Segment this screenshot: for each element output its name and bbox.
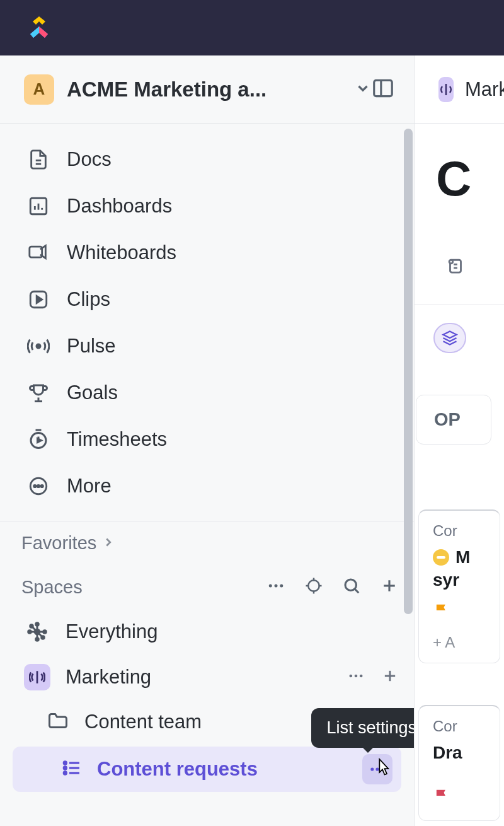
sidebar: A ACME Marketing a... Docs xyxy=(0,55,415,826)
list-settings-button[interactable]: List settings xyxy=(362,754,392,784)
nav-more[interactable]: More xyxy=(0,463,414,509)
svg-point-16 xyxy=(37,485,39,487)
svg-point-32 xyxy=(36,638,39,641)
favorites-section-header[interactable]: Favorites xyxy=(0,521,414,565)
everything-icon xyxy=(24,619,50,645)
flag-icon[interactable] xyxy=(433,602,500,624)
more-icon xyxy=(26,474,50,498)
top-bar xyxy=(0,0,504,55)
svg-point-19 xyxy=(275,585,278,588)
card-field-label: Cor xyxy=(433,522,500,540)
search-icon[interactable] xyxy=(342,576,361,598)
pulse-icon xyxy=(26,334,50,358)
svg-point-33 xyxy=(28,631,32,634)
svg-point-44 xyxy=(355,675,358,678)
plus-icon[interactable] xyxy=(381,667,399,687)
chevron-right-icon xyxy=(101,535,115,552)
svg-point-31 xyxy=(36,623,39,626)
svg-point-18 xyxy=(269,585,272,588)
view-chip[interactable] xyxy=(433,323,466,353)
marketing-space-icon[interactable] xyxy=(438,77,454,102)
nav-label: More xyxy=(67,475,112,497)
app-logo[interactable] xyxy=(24,13,54,43)
nav-docs[interactable]: Docs xyxy=(0,136,414,183)
card-title: Dra xyxy=(433,743,462,763)
svg-rect-8 xyxy=(30,247,42,257)
nav-label: Whiteboards xyxy=(67,241,176,264)
scrollbar[interactable] xyxy=(404,129,413,614)
svg-point-49 xyxy=(64,767,66,769)
svg-point-17 xyxy=(41,485,43,487)
nav-label: Timesheets xyxy=(67,428,167,451)
svg-point-26 xyxy=(345,579,357,591)
task-card[interactable]: Cor M syr + A xyxy=(418,509,500,663)
clips-icon xyxy=(26,288,50,311)
svg-rect-0 xyxy=(374,80,392,96)
nav-goals[interactable]: Goals xyxy=(0,369,414,416)
status-group-header[interactable]: OP xyxy=(416,395,491,445)
card-field-label: Cor xyxy=(433,718,500,735)
ellipsis-icon[interactable] xyxy=(266,576,285,598)
breadcrumb-item[interactable]: Mark xyxy=(465,78,504,101)
space-label: Everything xyxy=(66,620,399,643)
section-title: Spaces xyxy=(21,577,83,598)
space-label: Marketing xyxy=(66,666,332,689)
task-card[interactable]: Cor Dra xyxy=(418,705,500,821)
goals-icon xyxy=(26,381,50,405)
dashboards-icon xyxy=(26,194,50,218)
add-subtask[interactable]: + A xyxy=(433,634,500,651)
svg-point-34 xyxy=(43,631,47,634)
sidebar-toggle-icon[interactable] xyxy=(371,76,395,103)
folder-icon xyxy=(47,709,69,735)
svg-point-21 xyxy=(308,580,319,591)
svg-line-27 xyxy=(355,589,358,593)
whiteboards-icon xyxy=(26,241,50,265)
workspace-header[interactable]: A ACME Marketing a... xyxy=(0,55,414,124)
nav-label: Clips xyxy=(67,288,110,311)
marketing-space-icon xyxy=(24,664,50,690)
svg-point-30 xyxy=(35,629,40,634)
svg-point-45 xyxy=(360,675,363,678)
list-label: Content requests xyxy=(97,758,347,781)
nav-clips[interactable]: Clips xyxy=(0,276,414,323)
nav-label: Goals xyxy=(67,381,118,404)
nav-label: Pulse xyxy=(67,335,116,358)
chevron-down-icon[interactable] xyxy=(355,80,371,99)
section-title: Favorites xyxy=(21,533,96,554)
svg-line-42 xyxy=(39,634,42,637)
plus-icon[interactable] xyxy=(380,576,399,598)
list-content-requests[interactable]: Content requests List settings xyxy=(13,747,401,792)
nav-label: Docs xyxy=(67,148,112,171)
nav-dashboards[interactable]: Dashboards xyxy=(0,183,414,230)
cursor-icon xyxy=(374,757,391,783)
svg-marker-10 xyxy=(37,296,42,303)
docs-icon xyxy=(26,148,50,172)
content-area: Mark C OP Cor M syr + A Cor xyxy=(415,55,504,826)
svg-point-60 xyxy=(449,260,453,264)
nav-whiteboards[interactable]: Whiteboards xyxy=(0,230,414,276)
breadcrumb-bar: Mark xyxy=(415,55,504,124)
svg-point-48 xyxy=(64,762,66,764)
folder-label: Content team xyxy=(84,711,202,733)
svg-marker-13 xyxy=(38,439,42,443)
ellipsis-icon[interactable] xyxy=(347,667,365,687)
svg-point-50 xyxy=(64,772,66,774)
target-icon[interactable] xyxy=(304,576,323,598)
timesheets-icon xyxy=(26,428,50,451)
list-icon xyxy=(62,758,82,781)
svg-point-43 xyxy=(350,675,353,678)
workspace-name: ACME Marketing a... xyxy=(67,78,343,102)
space-everything[interactable]: Everything xyxy=(0,609,414,654)
pin-icon[interactable] xyxy=(445,257,466,281)
nav-list: Docs Dashboards Whiteboards xyxy=(0,124,414,509)
space-marketing[interactable]: Marketing xyxy=(0,654,414,700)
workspace-avatar: A xyxy=(24,74,54,105)
card-title: M xyxy=(455,547,470,567)
nav-pulse[interactable]: Pulse xyxy=(0,323,414,369)
page-title: C xyxy=(436,150,471,207)
card-text: syr xyxy=(433,570,459,590)
spaces-section-header: Spaces xyxy=(0,565,414,609)
tooltip: List settings xyxy=(311,708,414,748)
nav-timesheets[interactable]: Timesheets xyxy=(0,416,414,463)
flag-icon[interactable] xyxy=(433,787,500,809)
